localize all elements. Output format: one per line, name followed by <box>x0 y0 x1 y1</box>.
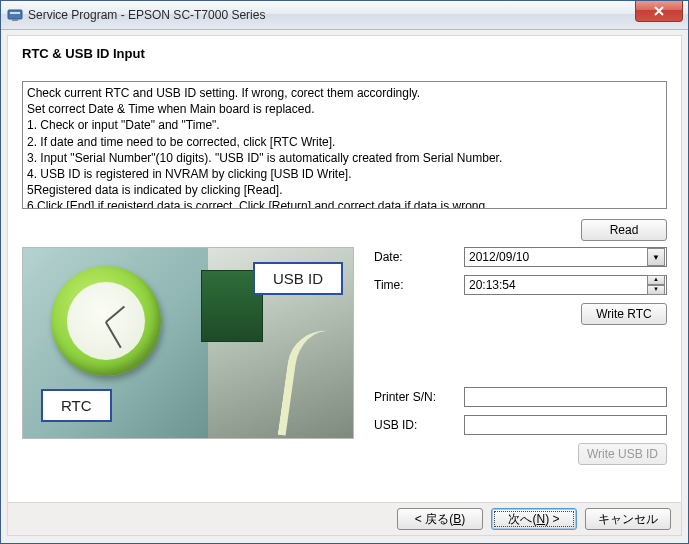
instruction-line: Check current RTC and USB ID setting. If… <box>27 85 662 101</box>
close-icon <box>654 6 664 16</box>
instructions-box: Check current RTC and USB ID setting. If… <box>22 81 667 209</box>
printer-sn-input[interactable] <box>464 387 667 407</box>
date-label: Date: <box>374 250 464 264</box>
date-input[interactable]: 2012/09/10 ▼ <box>464 247 667 267</box>
instruction-line: 2. If date and time need to be corrected… <box>27 134 662 150</box>
instruction-line: 3. Input "Serial Number"(10 digits). "US… <box>27 150 662 166</box>
form-column: Date: 2012/09/10 ▼ Time: 20:13:54 ▲▼ Wri… <box>354 247 667 465</box>
write-usb-id-button[interactable]: Write USB ID <box>578 443 667 465</box>
date-value: 2012/09/10 <box>469 250 529 264</box>
read-button[interactable]: Read <box>581 219 667 241</box>
clock-graphic <box>51 266 161 376</box>
time-label: Time: <box>374 278 464 292</box>
page-title: RTC & USB ID Input <box>8 36 681 67</box>
next-button[interactable]: 次へ(N) > <box>491 508 577 530</box>
usb-id-input[interactable] <box>464 415 667 435</box>
instruction-line: 4. USB ID is registered in NVRAM by clic… <box>27 166 662 182</box>
window-title: Service Program - EPSON SC-T7000 Series <box>28 8 265 22</box>
illustration: RTC USB ID <box>22 247 354 439</box>
svg-rect-2 <box>12 19 18 21</box>
instruction-line: 1. Check or input "Date" and "Time". <box>27 117 662 133</box>
footer-bar: < 戻る(B) 次へ(N) > キャンセル <box>8 502 681 535</box>
svg-rect-1 <box>10 12 20 14</box>
client-area: RTC & USB ID Input Check current RTC and… <box>7 35 682 536</box>
back-button[interactable]: < 戻る(B) <box>397 508 483 530</box>
app-window: Service Program - EPSON SC-T7000 Series … <box>0 0 689 544</box>
time-input[interactable]: 20:13:54 ▲▼ <box>464 275 667 295</box>
close-button[interactable] <box>635 1 683 22</box>
cancel-button[interactable]: キャンセル <box>585 508 671 530</box>
time-value: 20:13:54 <box>469 278 516 292</box>
spinner-icon[interactable]: ▲▼ <box>647 275 665 295</box>
usb-id-label: USB ID: <box>374 418 464 432</box>
usbid-label-box: USB ID <box>253 262 343 295</box>
titlebar: Service Program - EPSON SC-T7000 Series <box>1 1 688 30</box>
printer-sn-label: Printer S/N: <box>374 390 464 404</box>
rtc-label-box: RTC <box>41 389 112 422</box>
svg-rect-0 <box>8 10 22 19</box>
instruction-line: 5Registered data is indicated by clickin… <box>27 182 662 198</box>
dropdown-icon[interactable]: ▼ <box>647 248 665 266</box>
instruction-line: Set correct Date & Time when Main board … <box>27 101 662 117</box>
write-rtc-button[interactable]: Write RTC <box>581 303 667 325</box>
app-icon <box>7 7 23 23</box>
instruction-line: 6.Click [End] if registerd data is corre… <box>27 198 662 209</box>
